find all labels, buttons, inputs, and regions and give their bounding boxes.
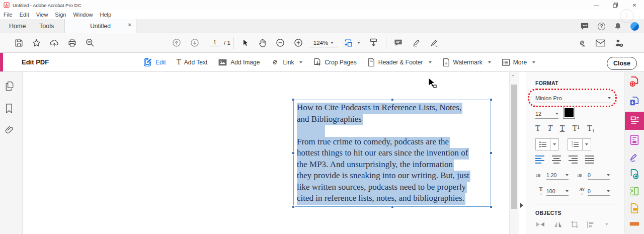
font-color-swatch[interactable] <box>563 107 575 119</box>
bookmarks-icon[interactable] <box>5 103 14 114</box>
align-objects-icon[interactable] <box>587 221 595 228</box>
line-spacing-select[interactable]: 1.20 <box>546 171 569 180</box>
resize-handle[interactable] <box>292 98 295 101</box>
create-pdf-icon[interactable] <box>629 76 640 87</box>
crop-object-icon[interactable] <box>571 220 579 228</box>
bold-button[interactable]: T <box>535 124 540 133</box>
expand-right-panel-arrow[interactable] <box>520 203 523 208</box>
send-review-icon[interactable] <box>629 169 640 180</box>
tab-home[interactable]: Home <box>9 19 26 33</box>
scroll-up-arrow[interactable]: ⌃ <box>511 74 515 80</box>
page-scrolling-button[interactable] <box>364 35 383 50</box>
attachments-icon[interactable] <box>5 125 15 135</box>
share-upload-icon[interactable] <box>45 35 63 50</box>
paragraph-spacing-select[interactable]: 0 <box>588 171 610 180</box>
tab-bar: Home Tools Untitled ✕ ? <box>0 19 644 33</box>
header-footer-button[interactable]: Header & Footer <box>367 58 432 67</box>
tab-document-untitled[interactable]: Untitled ✕ <box>64 19 136 33</box>
page-thumbnails-icon[interactable] <box>5 81 15 92</box>
prepare-form-icon[interactable] <box>629 134 640 145</box>
close-tab-icon[interactable]: ✕ <box>128 22 132 28</box>
menu-sign[interactable]: Sign <box>55 12 66 18</box>
numbered-list-button[interactable] <box>568 138 591 150</box>
align-center-button[interactable] <box>552 155 561 164</box>
minimize-button[interactable]: — <box>587 0 606 10</box>
close-window-button[interactable]: ✕ <box>625 0 644 10</box>
bulleted-list-dropdown[interactable] <box>550 139 558 150</box>
notifications-bell-icon[interactable] <box>614 22 622 31</box>
watermark-button[interactable]: Watermark <box>442 58 491 67</box>
subscript-button[interactable]: T₁ <box>587 124 595 133</box>
underline-button[interactable]: T <box>560 124 565 133</box>
resize-handle[interactable] <box>292 151 295 154</box>
superscript-button[interactable]: T¹ <box>572 124 580 133</box>
scan-ocr-icon[interactable] <box>629 186 640 197</box>
sign-tool-icon[interactable] <box>425 35 444 50</box>
selected-text-block[interactable]: How to Cite Podcasts in Reference Lists,… <box>297 103 470 205</box>
text-edit-box[interactable]: How to Cite Podcasts in Reference Lists,… <box>293 100 491 207</box>
character-spacing-select[interactable]: 0 <box>588 187 610 196</box>
menu-view[interactable]: View <box>36 12 48 18</box>
more-tool-icon[interactable] <box>629 221 640 232</box>
restore-button[interactable] <box>606 0 625 10</box>
resize-handle[interactable] <box>391 205 394 208</box>
save-button[interactable] <box>10 35 28 50</box>
align-justify-button[interactable] <box>585 155 594 164</box>
resize-handle[interactable] <box>490 205 493 208</box>
flip-vertical-icon[interactable] <box>535 220 545 228</box>
comment-tool-rail-icon[interactable] <box>629 203 640 214</box>
italic-button[interactable]: T <box>548 124 552 133</box>
user-avatar[interactable] <box>630 22 639 31</box>
menu-file[interactable]: File <box>4 12 13 18</box>
scrollbar-thumb[interactable] <box>511 85 517 209</box>
font-family-select[interactable]: Minion Pro <box>535 93 611 103</box>
tab-tools[interactable]: Tools <box>39 19 54 33</box>
comment-tool-icon[interactable] <box>389 35 407 50</box>
add-image-icon <box>218 58 227 66</box>
link-button[interactable]: Link <box>270 58 302 66</box>
email-icon[interactable] <box>591 35 610 50</box>
feedback-bubble-icon[interactable] <box>580 22 589 30</box>
align-left-button[interactable] <box>535 155 544 164</box>
page-number-input[interactable]: 1 <box>209 39 221 46</box>
resize-handle[interactable] <box>490 151 493 154</box>
resize-handle[interactable] <box>490 98 493 101</box>
resize-handle[interactable] <box>292 205 295 208</box>
menu-help[interactable]: Help <box>100 12 112 18</box>
edit-pdf-tool-active[interactable] <box>625 112 644 130</box>
favorites-star-icon[interactable] <box>28 35 45 50</box>
previous-page-icon[interactable] <box>168 35 186 50</box>
add-image-button[interactable]: Add Image <box>218 58 260 66</box>
search-tools-icon[interactable] <box>81 35 99 50</box>
select-tool-icon[interactable] <box>237 35 254 50</box>
bulleted-list-button[interactable] <box>535 138 559 150</box>
zoom-out-icon[interactable] <box>271 35 289 50</box>
crop-pages-button[interactable]: Crop Pages <box>313 58 356 67</box>
print-button[interactable] <box>63 35 81 50</box>
edit-mode-button[interactable]: Edit <box>142 57 166 67</box>
paragraph-spacing-icon: ↕≡ <box>577 172 588 178</box>
fit-width-button[interactable] <box>340 35 364 50</box>
align-right-button[interactable] <box>569 155 578 164</box>
next-page-icon[interactable] <box>186 35 204 50</box>
menu-edit[interactable]: Edit <box>20 12 29 18</box>
more-button[interactable]: More <box>502 58 535 66</box>
resize-handle[interactable] <box>391 98 394 101</box>
fill-sign-icon[interactable] <box>629 151 640 163</box>
share-link-icon[interactable] <box>573 35 591 50</box>
flip-horizontal-icon[interactable] <box>553 220 562 228</box>
send-for-signature-icon[interactable] <box>610 35 628 50</box>
zoom-level-select[interactable]: 124% <box>309 38 338 47</box>
close-edit-pdf-button[interactable]: Close <box>607 57 637 70</box>
zoom-in-icon[interactable] <box>289 35 307 50</box>
help-icon[interactable]: ? <box>598 23 605 30</box>
horizontal-scale-select[interactable]: 100 <box>546 187 569 196</box>
hand-tool-icon[interactable] <box>254 35 271 50</box>
font-size-select[interactable]: 12 <box>535 109 558 119</box>
menu-window[interactable]: Window <box>73 12 93 18</box>
combine-export-icon[interactable] <box>629 96 640 107</box>
numbered-list-dropdown[interactable] <box>582 139 591 150</box>
highlight-tool-icon[interactable] <box>407 35 425 50</box>
add-text-button[interactable]: T Add Text <box>177 58 208 66</box>
vertical-scrollbar[interactable]: ⌃ <box>509 72 519 234</box>
